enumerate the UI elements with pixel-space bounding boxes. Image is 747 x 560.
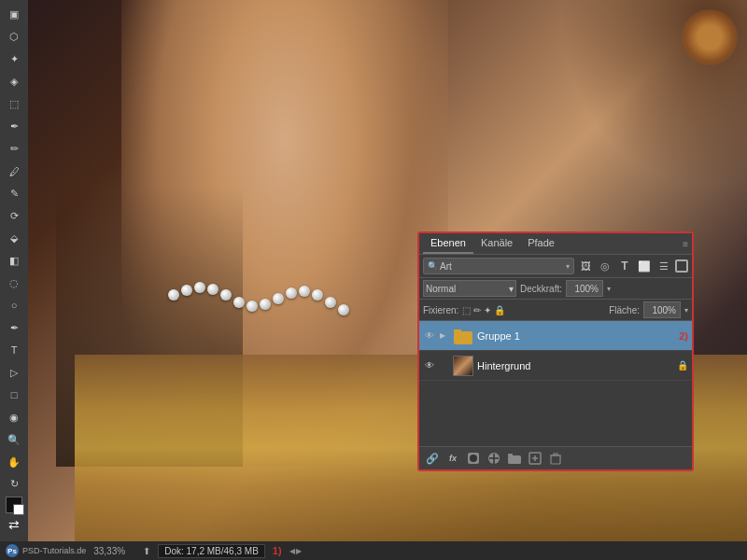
left-toolbar: ▣ ⬡ ✦ ◈ ⬚ ✒ ✏ 🖊 ✎ ⟳ ⬙ ◧ ◌ ○ ✒ T ▷ □ ◉ 🔍 … <box>0 0 28 541</box>
tool-zoom[interactable]: 🔍 <box>4 429 24 450</box>
tool-shape[interactable]: □ <box>4 385 24 405</box>
logo-text: PSD-Tutorials.de <box>22 546 86 555</box>
search-input[interactable]: Art <box>440 261 566 272</box>
pearl <box>233 297 245 308</box>
foreground-color[interactable] <box>6 497 22 513</box>
link-layers-icon[interactable]: 🔗 <box>424 450 441 467</box>
svg-rect-0 <box>454 331 472 344</box>
tool-3d[interactable]: ◉ <box>4 407 24 427</box>
tool-crop[interactable]: ⬚ <box>4 94 24 115</box>
layer-expand-gruppe1[interactable]: ▶ <box>440 331 449 340</box>
fix-label: Fixieren: <box>423 305 458 315</box>
add-mask-icon[interactable] <box>465 450 482 467</box>
swap-colors[interactable]: ⇄ <box>8 517 20 532</box>
pearl <box>325 297 336 308</box>
fx-icon[interactable]: fx <box>444 450 461 467</box>
layer-eye-gruppe1[interactable]: 👁 <box>423 330 436 341</box>
tool-pen[interactable]: ✒ <box>4 317 24 338</box>
layer-list: 👁 ▶ Gruppe 1 2) 👁 ▶ Hintergrund 🔒 <box>419 321 692 446</box>
layer-row-hintergrund[interactable]: 👁 ▶ Hintergrund 🔒 <box>419 351 692 381</box>
tool-eyedropper[interactable]: ✒ <box>4 117 24 137</box>
export-icon[interactable]: ⬆ <box>143 546 150 556</box>
tool-blur[interactable]: ◌ <box>4 273 24 293</box>
doc-info[interactable]: Dok: 17,2 MB/46,3 MB <box>158 544 265 558</box>
pearl <box>286 287 297 299</box>
fix-position-icon[interactable]: ⬚ <box>462 305 471 315</box>
tool-text[interactable]: T <box>4 340 24 360</box>
fix-pixels-icon[interactable]: ✏ <box>473 305 481 315</box>
svg-text:Ps: Ps <box>7 547 17 555</box>
tool-brush[interactable]: 🖊 <box>4 161 24 182</box>
opacity-value: 100% <box>574 284 599 294</box>
tool-dodge[interactable]: ○ <box>4 295 24 315</box>
pearl <box>220 289 232 301</box>
layer-thumb-hintergrund <box>453 356 473 376</box>
svg-point-3 <box>470 455 477 462</box>
layer-name-hintergrund: Hintergrund <box>477 360 673 371</box>
layer-marker-gruppe1: 2) <box>679 330 688 342</box>
logo-icon: Ps <box>5 543 20 558</box>
svg-rect-6 <box>508 454 513 456</box>
tool-rotate[interactable]: ↻ <box>4 474 24 495</box>
opacity-label: Deckkraft: <box>520 284 562 294</box>
tool-spot-heal[interactable]: ✏ <box>4 139 24 160</box>
add-adjustment-icon[interactable] <box>486 450 502 467</box>
tool-marquee[interactable]: ▣ <box>4 5 24 25</box>
tab-ebenen[interactable]: Ebenen <box>423 233 473 254</box>
nav-prev-button[interactable]: ◀ <box>289 547 295 555</box>
pearl <box>168 289 179 301</box>
blend-mode-select[interactable]: Normal ▾ <box>423 280 516 297</box>
tool-clone[interactable]: ✎ <box>4 184 24 204</box>
pearl <box>247 301 258 312</box>
tool-path-select[interactable]: ▷ <box>4 362 24 383</box>
pearl <box>194 282 205 293</box>
app-logo: Ps PSD-Tutorials.de <box>5 543 86 558</box>
add-group-icon[interactable] <box>506 450 523 467</box>
blend-mode-value: Normal <box>426 284 456 294</box>
nav-arrows: ◀ ▶ <box>289 547 302 555</box>
panel-options-button[interactable]: ≡ <box>683 239 688 249</box>
fix-transform-icon[interactable]: ✦ <box>484 305 491 315</box>
tool-eraser[interactable]: ⬙ <box>4 229 24 249</box>
tool-history-brush[interactable]: ⟳ <box>4 206 24 227</box>
fix-all-icon[interactable]: 🔒 <box>494 305 505 315</box>
fix-icons: ⬚ ✏ ✦ 🔒 <box>462 305 505 315</box>
flasche-input[interactable]: 100% <box>643 301 681 318</box>
pearls-decoration <box>168 280 355 336</box>
tool-lasso[interactable]: ⬡ <box>4 27 24 48</box>
flasche-arrow[interactable]: ▾ <box>684 306 688 315</box>
flasche-value: 100% <box>652 305 676 315</box>
nav-next-button[interactable]: ▶ <box>296 547 302 555</box>
layer-name-gruppe1: Gruppe 1 <box>477 330 675 342</box>
opacity-arrow[interactable]: ▾ <box>607 285 611 293</box>
layer-row-gruppe1[interactable]: 👁 ▶ Gruppe 1 2) <box>419 321 692 351</box>
tool-gradient[interactable]: ◧ <box>4 250 24 271</box>
tab-kanaele[interactable]: Kanäle <box>473 233 520 254</box>
panel-bottom-bar: 🔗 fx <box>419 446 692 469</box>
layer-search-box[interactable]: 🔍 Art ▾ <box>423 258 574 274</box>
panel-bottom-icons: 🔗 fx <box>424 450 564 467</box>
blend-mode-arrow: ▾ <box>509 284 514 294</box>
tool-hand[interactable]: ✋ <box>4 452 24 472</box>
delete-layer-icon[interactable] <box>547 450 564 467</box>
opacity-input[interactable]: 100% <box>566 280 603 297</box>
layers-panel: Ebenen Kanäle Pfade ≡ 🔍 Art ▾ 🖼 ◎ T ⬜ ☰ … <box>417 231 694 471</box>
filter-adjust-icon[interactable]: ◎ <box>597 258 613 274</box>
pearl <box>207 284 218 295</box>
pearl <box>260 299 271 310</box>
layer-eye-hintergrund[interactable]: 👁 <box>423 360 436 371</box>
add-layer-icon[interactable] <box>527 450 543 467</box>
filter-smart-icon[interactable]: ☰ <box>655 258 672 274</box>
tool-magic-wand[interactable]: ◈ <box>4 72 24 92</box>
filter-text-icon[interactable]: T <box>616 258 633 274</box>
filter-pixel-icon[interactable]: 🖼 <box>577 258 594 274</box>
search-dropdown-arrow[interactable]: ▾ <box>566 262 570 271</box>
filter-toggle[interactable] <box>675 259 688 273</box>
tool-move[interactable]: ✦ <box>4 49 24 70</box>
pearl <box>299 286 310 297</box>
tab-pfade[interactable]: Pfade <box>520 233 562 254</box>
filter-shape-icon[interactable]: ⬜ <box>636 258 653 274</box>
status-bar: Ps PSD-Tutorials.de 33,33% ⬆ Dok: 17,2 M… <box>0 541 747 560</box>
pearl <box>338 304 349 315</box>
layer-lock-hintergrund: 🔒 <box>677 360 688 371</box>
